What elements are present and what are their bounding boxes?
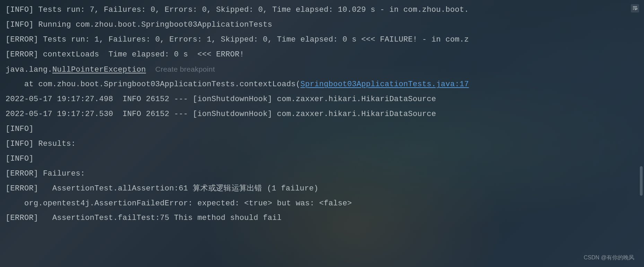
console-line: [INFO] Results: bbox=[6, 137, 638, 152]
console-text: [INFO] bbox=[6, 154, 38, 163]
console-line: [ERROR] AssertionTest.allAssertion:61 算术… bbox=[6, 181, 638, 196]
console-text: [ERROR] AssertionTest.failTest:75 This m… bbox=[6, 214, 282, 222]
console-line: [INFO] Tests run: 7, Failures: 0, Errors… bbox=[6, 3, 638, 18]
console-line: [ERROR] Tests run: 1, Failures: 0, Error… bbox=[6, 33, 638, 47]
console-line: java.lang.NullPointerException Create br… bbox=[6, 62, 638, 78]
console-text: at com.zhou.boot.Springboot03Application… bbox=[6, 80, 301, 89]
source-link[interactable]: Springboot03ApplicationTests.java:17 bbox=[301, 80, 469, 89]
console-line: [INFO] bbox=[6, 122, 638, 137]
console-text: [ERROR] AssertionTest.allAssertion:61 算术… bbox=[6, 184, 319, 193]
console-text: org.opentest4j.AssertionFailedError: exp… bbox=[6, 199, 352, 208]
console-text: java.lang. bbox=[6, 65, 52, 74]
console-text bbox=[146, 65, 155, 74]
console-text: [INFO] bbox=[6, 125, 38, 133]
console-line: [ERROR] contextLoads Time elapsed: 0 s <… bbox=[6, 47, 638, 62]
create-breakpoint-hint[interactable]: Create breakpoint bbox=[155, 65, 215, 73]
console-text: [INFO] Tests run: 7, Failures: 0, Errors… bbox=[6, 6, 469, 14]
console-line: [ERROR] AssertionTest.failTest:75 This m… bbox=[6, 211, 638, 226]
exception-class[interactable]: NullPointerException bbox=[52, 65, 146, 74]
console-text: [INFO] Running com.zhou.boot.Springboot0… bbox=[6, 20, 272, 29]
console-text: [ERROR] Tests run: 1, Failures: 0, Error… bbox=[6, 35, 469, 44]
console-line: [ERROR] Failures: bbox=[6, 167, 638, 181]
console-text: 2022-05-17 19:17:27.498 INFO 26152 --- [… bbox=[6, 95, 436, 104]
vertical-scrollbar[interactable] bbox=[640, 166, 643, 196]
console-line: 2022-05-17 19:17:27.498 INFO 26152 --- [… bbox=[6, 92, 638, 107]
console-text: [INFO] Results: bbox=[6, 140, 76, 148]
console-line: [INFO] bbox=[6, 152, 638, 167]
console-text: [ERROR] contextLoads Time elapsed: 0 s <… bbox=[6, 50, 244, 59]
console-line: org.opentest4j.AssertionFailedError: exp… bbox=[6, 196, 638, 211]
console-text: [ERROR] Failures: bbox=[6, 169, 90, 178]
watermark-text: CSDN @有你的晚风 bbox=[584, 252, 634, 263]
console-line: [INFO] Running com.zhou.boot.Springboot0… bbox=[6, 18, 638, 33]
console-line: at com.zhou.boot.Springboot03Application… bbox=[6, 77, 638, 92]
console-text: 2022-05-17 19:17:27.530 INFO 26152 --- [… bbox=[6, 110, 436, 118]
console-output: [INFO] Tests run: 7, Failures: 0, Errors… bbox=[6, 3, 638, 226]
console-line: 2022-05-17 19:17:27.530 INFO 26152 --- [… bbox=[6, 107, 638, 122]
soft-wrap-icon[interactable] bbox=[631, 4, 639, 12]
